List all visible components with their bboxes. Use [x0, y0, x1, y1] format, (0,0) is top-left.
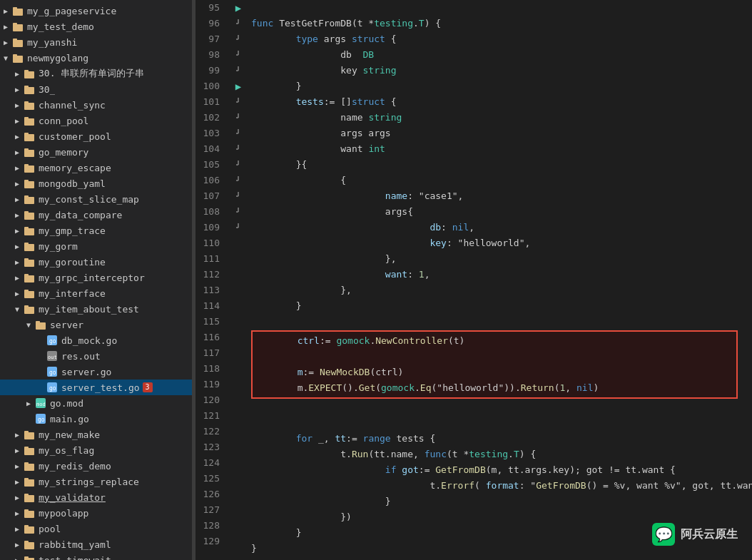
svg-rect-67: [24, 525, 29, 528]
sidebar-item-mypoolapp[interactable]: ▶mypoolapp: [0, 505, 192, 521]
line-num-103: 103: [195, 126, 225, 141]
sidebar-item-my_grpc_interceptor[interactable]: ▶my_grpc_interceptor: [0, 270, 192, 285]
tree-label-my_strings_replace: my_strings_replace: [39, 477, 139, 487]
gutter-fold-105[interactable]: [231, 63, 245, 78]
folder-icon-rabbitmq_yaml: [23, 538, 36, 551]
code-line-124: if got:= GetFromDB(m, tt.args.key); got …: [251, 462, 752, 478]
tree-arrow-my_redis_demo: ▶: [11, 462, 23, 470]
gutter-fold-124[interactable]: [231, 157, 245, 173]
sidebar-item-server_test_go[interactable]: goserver_test.go3: [0, 380, 192, 395]
code-line-120: [251, 399, 752, 415]
gutter-fold-97[interactable]: [231, 16, 245, 31]
sidebar-item-server_go[interactable]: goserver.go: [0, 364, 192, 380]
svg-text:out: out: [48, 355, 57, 360]
sidebar-item-pool[interactable]: ▶pool: [0, 521, 192, 536]
sidebar-item-db_mock_go[interactable]: godb_mock.go: [0, 332, 192, 348]
line-num-127: 127: [195, 502, 225, 518]
sidebar-item-my_interface[interactable]: ▶my_interface: [0, 285, 192, 301]
sidebar-item-my_const_slice_map[interactable]: ▶my_const_slice_map: [0, 191, 192, 207]
sidebar-item-mongodb_yaml[interactable]: ▶mongodb_yaml: [0, 175, 192, 191]
gutter-fold-101[interactable]: [231, 47, 245, 63]
sidebar-item-my_test_demo[interactable]: ▶my_test_demo: [0, 19, 192, 34]
sidebar-item-my_goroutine[interactable]: ▶my_goroutine: [0, 254, 192, 270]
svg-rect-17: [24, 133, 29, 136]
sidebar-item-newmygolang[interactable]: ▼newmygolang: [0, 50, 192, 66]
gutter-fold-111[interactable]: [231, 110, 245, 126]
gutter-run-96[interactable]: ▶: [231, 0, 245, 16]
sidebar-item-my_os_flag[interactable]: ▶my_os_flag: [0, 442, 192, 458]
gutter-fold-100[interactable]: [231, 31, 245, 47]
sidebar-item-my_strings_replace[interactable]: ▶my_strings_replace: [0, 474, 192, 489]
sidebar-item-server[interactable]: ▼server: [0, 317, 192, 332]
file-icon-server_go: go: [46, 365, 59, 378]
sidebar-item-my_validator[interactable]: ▶my_validator: [0, 489, 192, 505]
svg-rect-7: [13, 54, 17, 57]
gutter-fold-123[interactable]: [231, 141, 245, 157]
svg-rect-11: [24, 86, 29, 88]
code-line-113: },: [251, 282, 752, 298]
sidebar-item-test_timewait[interactable]: ▶test_timewait: [0, 552, 192, 560]
tree-arrow-my_gmp_trace: ▶: [11, 227, 23, 235]
svg-rect-25: [24, 195, 29, 198]
tree-arrow-test_timewait: ▶: [11, 556, 23, 561]
code-line-100: }: [251, 78, 752, 94]
line-num-123: 123: [195, 439, 225, 455]
gutter-fold-126[interactable]: [231, 173, 245, 188]
sidebar-item-30_chinese[interactable]: ▶30. 串联所有单词的子串: [0, 66, 192, 81]
line-num-108: 108: [195, 204, 225, 220]
sidebar-item-my_gmp_trace[interactable]: ▶my_gmp_trace: [0, 223, 192, 238]
sidebar-item-memory_escape[interactable]: ▶memory_escape: [0, 160, 192, 175]
folder-icon-my_yanshi: [11, 36, 24, 49]
code-line-129: }: [251, 541, 752, 556]
code-line-118: m:= NewMockDB(ctrl): [253, 365, 736, 380]
tree-arrow-my_interface: ▶: [11, 290, 23, 297]
tree-arrow-rabbitmq_yaml: ▶: [11, 541, 23, 549]
folder-icon-30_chinese: [23, 67, 36, 80]
sidebar-item-customer_pool[interactable]: ▶customer_pool: [0, 128, 192, 144]
gutter-run-106[interactable]: ▶: [231, 78, 245, 94]
folder-icon-my_goroutine: [23, 255, 36, 268]
tree-arrow-memory_escape: ▶: [11, 164, 23, 172]
sidebar-item-main_go[interactable]: gomain.go: [0, 411, 192, 427]
sidebar-item-my_data_compare[interactable]: ▶my_data_compare: [0, 207, 192, 223]
svg-text:mod: mod: [36, 402, 46, 407]
file-icon-res_out: out: [46, 350, 59, 362]
sidebar-item-my_gorm[interactable]: ▶my_gorm: [0, 238, 192, 254]
tree-arrow-30_chinese: ▶: [11, 70, 23, 78]
sidebar-item-conn_pool[interactable]: ▶conn_pool: [0, 113, 192, 128]
tree-arrow-my_gorm: ▶: [11, 243, 23, 250]
sidebar-item-my_new_make[interactable]: ▶my_new_make: [0, 427, 192, 442]
sidebar-item-30_[interactable]: ▶30_: [0, 81, 192, 97]
line-num-101: 101: [195, 94, 225, 110]
sidebar-item-rabbitmq_yaml[interactable]: ▶rabbitmq_yaml: [0, 536, 192, 552]
gutter-fold-122[interactable]: [231, 126, 245, 141]
svg-rect-37: [24, 290, 29, 292]
code-line-122: for _, tt:= range tests {: [251, 431, 752, 447]
sidebar-item-channel_sync[interactable]: ▶channel_sync: [0, 97, 192, 113]
folder-icon-go_memory: [23, 146, 36, 158]
gutter-fold-128[interactable]: [231, 204, 245, 220]
sidebar-item-go_memory[interactable]: ▶go_memory: [0, 144, 192, 160]
code-line-116: ctrl:= gomock.NewController(t): [253, 333, 736, 349]
svg-rect-21: [24, 164, 29, 167]
tree-arrow-my_item_about_test: ▼: [11, 305, 23, 313]
sidebar-item-my_item_about_test[interactable]: ▼my_item_about_test: [0, 301, 192, 317]
code-line-101: tests:= []struct {: [251, 94, 752, 110]
tree-label-server: server: [50, 320, 83, 330]
svg-text:go: go: [49, 338, 56, 345]
line-num-124: 124: [195, 455, 225, 471]
code-line-104: want int: [251, 141, 752, 157]
sidebar-item-res_out[interactable]: outres.out: [0, 348, 192, 364]
sidebar-item-my_redis_demo[interactable]: ▶my_redis_demo: [0, 458, 192, 474]
code-content[interactable]: func TestGetFromDB(t *testing.T) { type …: [245, 0, 752, 560]
gutter-fold-108[interactable]: [231, 94, 245, 110]
line-num-105: 105: [195, 157, 225, 173]
gutter-fold-129[interactable]: [231, 220, 245, 235]
gutter-fold-127[interactable]: [231, 188, 245, 204]
sidebar-item-my_yanshi[interactable]: ▶my_yanshi: [0, 34, 192, 50]
sidebar-item-my_g_pageservice[interactable]: ▶my_g_pageservice: [0, 3, 192, 19]
code-line-109: db: nil,: [251, 220, 752, 235]
sidebar-item-go_mod[interactable]: ▶modgo.mod: [0, 395, 192, 411]
badge-server_test_go: 3: [143, 382, 153, 392]
line-num-121: 121: [195, 408, 225, 424]
